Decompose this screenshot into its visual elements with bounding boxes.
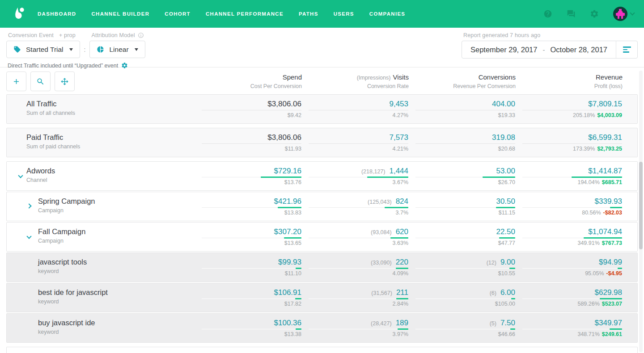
value-bar: [396, 268, 408, 269]
column-header-conversions[interactable]: Conversions Revenue Per Conversion: [409, 73, 516, 89]
cell-main-value[interactable]: 220: [396, 258, 408, 267]
search-button[interactable]: [30, 71, 51, 91]
cell-divider: [202, 298, 301, 299]
row-expand-chevron[interactable]: [27, 235, 31, 238]
report-generated-label: Report generated 7 hours ago: [463, 32, 638, 38]
cell-main-value[interactable]: $339.93: [595, 197, 622, 206]
cell-main-value[interactable]: 9.00: [500, 258, 515, 267]
cell-main-value[interactable]: $106.91: [274, 288, 301, 297]
help-icon[interactable]: [543, 9, 552, 18]
cell-main-value[interactable]: 620: [396, 227, 408, 236]
cell-main-value[interactable]: 189: [396, 319, 408, 328]
add-prop-link[interactable]: + prop: [59, 32, 76, 38]
cell-main-value[interactable]: 6.00: [500, 288, 515, 297]
cell-main-value[interactable]: $349.97: [595, 319, 622, 328]
table-row[interactable]: All Traffic Sum of all channels $3,806.0…: [6, 94, 638, 124]
row-subtitle: Channel: [26, 177, 195, 183]
cell-pre: (31,567): [371, 290, 392, 296]
nav-item-paths[interactable]: PATHS: [299, 11, 318, 17]
cell-main-value[interactable]: 1,444: [389, 167, 408, 176]
pie-chart-icon: [97, 46, 104, 53]
cell-main-value[interactable]: 7,573: [389, 133, 408, 142]
table-row[interactable]: Paid Traffic Sum of paid channels $3,806…: [6, 128, 638, 157]
table-row[interactable]: Adwords Channel $729.16 $13.76 (218,127)…: [6, 161, 638, 191]
table-row[interactable]: Fall Campaign Campaign $307.20 $13.65 (9…: [6, 222, 638, 252]
cell-main-value[interactable]: $1,414.87: [588, 167, 622, 176]
note-gear-icon[interactable]: [121, 62, 128, 69]
row-subtitle: keyword: [38, 268, 195, 274]
column-header-spend[interactable]: Spend Cost Per Conversion: [195, 73, 302, 89]
conversion-event-select[interactable]: Started Trial: [6, 41, 80, 58]
nav-item-dashboard[interactable]: DASHBOARD: [38, 11, 76, 17]
cell-conversions: 22.50 $47.77: [408, 223, 515, 251]
cell-spend: $3,806.06 $9.42: [195, 95, 301, 123]
cell-conversions: (12)9.00 $10.55: [408, 253, 515, 282]
nav-item-channel-performance[interactable]: CHANNEL PERFORMANCE: [206, 11, 284, 17]
date-range-picker[interactable]: September 29, 2017 - October 28, 2017: [462, 41, 638, 59]
cell-main-value[interactable]: $421.96: [274, 197, 301, 206]
cell-main-value[interactable]: $729.16: [274, 167, 301, 176]
cell-revenue: $94.99 95.05%-$4.95: [515, 253, 622, 282]
cell-spend: $106.91 $17.82: [195, 283, 301, 312]
cell-divider: [522, 177, 622, 177]
column-header-visits[interactable]: (Impressions)Visits Conversion Rate: [302, 73, 409, 89]
value-bar: [610, 207, 622, 208]
nav-item-users[interactable]: USERS: [334, 11, 354, 17]
cell-conversions: (5)7.50 $46.66: [408, 314, 515, 342]
scrollbar: [639, 71, 643, 352]
table-row[interactable]: javascript tools keyword $99.93 $11.10 (…: [6, 252, 638, 282]
cell-sub: $13.65: [284, 240, 301, 246]
cell-main-value[interactable]: $629.98: [595, 288, 622, 297]
cell-sub: 80.56%-$82.03: [582, 210, 622, 216]
cell-sub: 3.7%: [396, 210, 409, 216]
user-menu[interactable]: [613, 7, 634, 21]
table-row[interactable]: Video $300.90 675 14.00 $844.07: [6, 347, 638, 353]
attribution-model-group: Attribution Model Linear: [89, 32, 145, 58]
date-options-icon[interactable]: [616, 41, 637, 58]
cell-sub: 348.71%$249.61: [577, 331, 622, 337]
cell-conversions: 319.08 $20.68: [408, 128, 515, 157]
cell-main-value[interactable]: 53.00: [496, 167, 515, 176]
cell-main-value[interactable]: 319.08: [492, 133, 515, 142]
cell-main-value[interactable]: 404.00: [492, 100, 515, 109]
move-reorder-button[interactable]: [55, 71, 75, 91]
cell-spend: $3,806.06 $11.93: [195, 128, 301, 157]
row-expand-chevron[interactable]: [27, 204, 31, 208]
cell-sub: $13.76: [284, 179, 301, 185]
cell-main-value[interactable]: 211: [396, 288, 408, 297]
info-icon[interactable]: [138, 32, 144, 38]
table-row[interactable]: Spring Campaign Campaign $421.96 $13.83 …: [6, 192, 638, 221]
attribution-model-select[interactable]: Linear: [89, 41, 145, 58]
table-row[interactable]: buy javascript ide keyword $100.36 $13.3…: [6, 313, 638, 343]
cell-divider: [202, 268, 301, 269]
cell-pre: (12): [487, 260, 496, 266]
cell-main-value[interactable]: 22.50: [496, 227, 515, 236]
row-expand-chevron[interactable]: [19, 174, 22, 177]
cell-main-value[interactable]: $99.93: [278, 258, 301, 267]
app-logo[interactable]: [10, 6, 26, 22]
cell-main-value[interactable]: 7.50: [500, 319, 515, 328]
column-header-revenue[interactable]: Revenue Profit (loss): [516, 73, 623, 89]
nav-item-channel-builder[interactable]: CHANNEL BUILDER: [91, 11, 149, 17]
add-channel-button[interactable]: [6, 71, 26, 91]
cell-divider: [522, 268, 622, 269]
nav-item-cohort[interactable]: COHORT: [165, 11, 191, 17]
cell-main-value[interactable]: $7,809.15: [588, 100, 622, 109]
table-header: Spend Cost Per Conversion (Impressions)V…: [6, 67, 638, 94]
cell-main-value[interactable]: $307.20: [274, 227, 301, 236]
nav-item-companies[interactable]: COMPANIES: [369, 11, 406, 17]
cell-main-value[interactable]: 30.50: [496, 197, 515, 206]
cell-main-value[interactable]: 9,453: [389, 100, 408, 109]
cell-main-value[interactable]: $1,074.94: [588, 227, 622, 236]
table-row[interactable]: best ide for javascript keyword $106.91 …: [6, 283, 638, 312]
settings-gear-icon[interactable]: [590, 9, 599, 18]
avatar[interactable]: [613, 7, 627, 21]
cell-main-value[interactable]: $100.36: [274, 319, 301, 328]
chat-icon[interactable]: [567, 9, 576, 18]
cell-main-value[interactable]: $94.99: [599, 258, 622, 267]
cell-main-value: $3,806.06: [267, 100, 301, 109]
scrollbar-thumb[interactable]: [639, 162, 643, 249]
cell-main-value[interactable]: 824: [396, 197, 408, 206]
cell-sub: $46.66: [498, 331, 515, 337]
cell-main-value[interactable]: $6,599.31: [588, 133, 622, 142]
